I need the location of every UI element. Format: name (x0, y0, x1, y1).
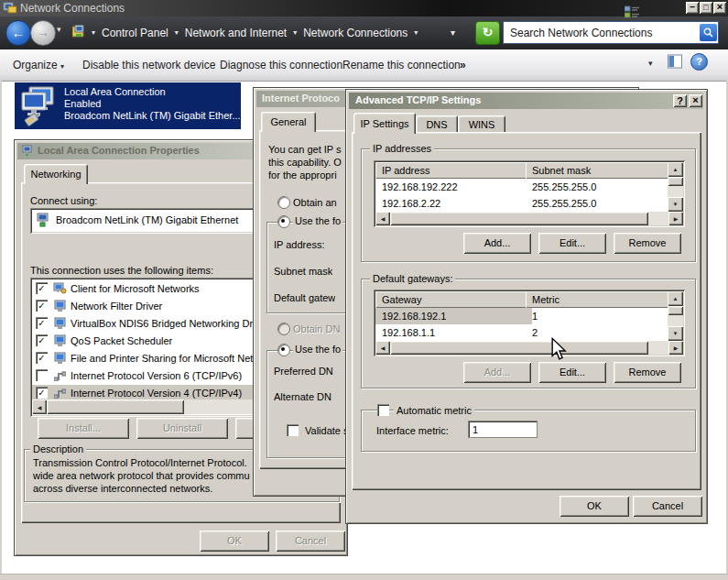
scroll-thumb[interactable] (668, 177, 683, 186)
scroll-down-icon[interactable]: ▼ (668, 326, 683, 341)
cancel-button[interactable]: Cancel (276, 531, 345, 552)
scroll-thumb[interactable] (668, 306, 683, 315)
table-cell-selected[interactable]: 192.168.192.1 (375, 308, 532, 324)
views-dropdown-arrow[interactable]: ▾ (648, 59, 653, 68)
column-header-ip-address[interactable]: IP address (375, 162, 532, 179)
scroll-left-icon[interactable]: ◀ (375, 212, 390, 225)
table-hscrollbar[interactable]: ◀ ▶ (375, 341, 683, 355)
table-cell[interactable]: 192.168.2.22 (375, 195, 532, 212)
radio-obtain-ip[interactable] (277, 196, 290, 209)
uninstall-button[interactable]: Uninstall (136, 418, 228, 439)
install-button[interactable]: Install... (38, 418, 129, 439)
ip-address-label: IP address: (274, 239, 324, 250)
ok-button[interactable]: OK (200, 531, 269, 552)
diagnose-connection-button[interactable]: Diagnose this connection (220, 56, 342, 74)
close-button[interactable]: × (713, 2, 726, 14)
minimize-button[interactable]: – (686, 2, 699, 14)
checkbox[interactable] (36, 369, 48, 381)
gateways-table: Gateway Metric 192.168.192.1 1 192.168.1… (374, 290, 685, 356)
window-title-bar[interactable]: Network Connections – □ × (0, 0, 728, 16)
breadcrumb-network-and-internet[interactable]: Network and Internet (180, 23, 291, 43)
search-button[interactable] (700, 24, 717, 41)
gateway-remove-button[interactable]: Remove (614, 362, 681, 383)
advanced-title-bar[interactable]: Advanced TCP/IP Settings ? × (349, 93, 703, 109)
close-button[interactable]: × (689, 94, 702, 107)
scroll-down-icon[interactable]: ▼ (668, 197, 683, 212)
address-history-dropdown[interactable]: ▾ (451, 27, 455, 38)
scroll-right-icon[interactable]: ▶ (668, 212, 683, 225)
checkbox[interactable]: ✓ (36, 334, 48, 346)
chevron-down-icon: ▾ (60, 62, 64, 71)
scroll-up-icon[interactable]: ▲ (668, 291, 683, 306)
scroll-left-icon[interactable]: ◀ (32, 399, 47, 414)
tab-networking[interactable]: Networking (24, 164, 88, 184)
scroll-thumb[interactable] (47, 399, 184, 414)
interface-metric-input[interactable] (468, 421, 538, 438)
connection-list-item[interactable]: Local Area Connection Enabled Broadcom N… (15, 82, 241, 129)
scroll-up-icon[interactable]: ▲ (668, 162, 683, 177)
tab-wins[interactable]: WINS (458, 115, 505, 134)
breadcrumb-control-panel[interactable]: Control Panel (97, 23, 173, 43)
context-help-button[interactable]: ? (673, 94, 687, 107)
location-icon[interactable] (70, 23, 90, 43)
help-button[interactable]: ? (690, 53, 708, 71)
chevron-down-icon[interactable]: ▾ (90, 23, 97, 43)
table-cell[interactable]: 192.168.1.1 (375, 324, 532, 341)
tab-ip-settings[interactable]: IP Settings (353, 113, 416, 134)
breadcrumb-network-connections[interactable]: Network Connections (299, 23, 412, 43)
column-header-metric[interactable]: Metric (526, 291, 674, 308)
chevron-down-icon[interactable]: ▾ (291, 23, 299, 43)
organize-menu[interactable]: Organize ▾ (13, 56, 64, 76)
views-button[interactable] (625, 5, 640, 21)
gateway-add-button[interactable]: Add... (463, 362, 531, 383)
ip-remove-button[interactable]: Remove (614, 233, 681, 254)
checkbox[interactable]: ✓ (36, 300, 48, 312)
scroll-thumb[interactable] (390, 212, 648, 225)
table-cell[interactable]: 255.255.255.0 (526, 179, 674, 195)
checkbox[interactable]: ✓ (36, 282, 48, 294)
ok-button[interactable]: OK (560, 496, 629, 517)
table-vscrollbar[interactable]: ▲ ▼ (668, 291, 683, 341)
column-header-subnet-mask[interactable]: Subnet mask (526, 162, 674, 179)
scroll-thumb[interactable] (390, 341, 648, 355)
description-label: Description (30, 443, 86, 454)
radio-use-ip[interactable] (277, 215, 290, 228)
table-cell[interactable]: 192.168.192.222 (375, 179, 532, 195)
ip-add-button[interactable]: Add... (463, 233, 531, 254)
table-cell[interactable]: 2 (526, 324, 674, 341)
validate-checkbox[interactable] (287, 424, 299, 436)
chevron-down-icon[interactable]: ▾ (412, 23, 419, 43)
chevron-down-icon[interactable]: ▾ (173, 23, 180, 43)
cancel-button[interactable]: Cancel (633, 496, 702, 517)
automatic-metric-label: Automatic metric (394, 405, 474, 416)
checkbox[interactable]: ✓ (36, 387, 48, 399)
radio-use-dns[interactable] (277, 344, 290, 356)
disable-device-button[interactable]: Disable this network device (82, 56, 215, 74)
more-commands-chevron[interactable]: » (460, 56, 466, 74)
tab-dns[interactable]: DNS (416, 115, 458, 134)
checkbox[interactable]: ✓ (36, 352, 48, 364)
ip-edit-button[interactable]: Edit... (538, 233, 606, 254)
automatic-metric-checkbox[interactable] (377, 404, 389, 416)
forward-button[interactable]: → (30, 20, 56, 46)
checkbox[interactable]: ✓ (36, 317, 48, 329)
table-vscrollbar[interactable]: ▲ ▼ (668, 162, 683, 212)
table-cell[interactable]: 1 (526, 308, 674, 324)
recent-pages-dropdown[interactable]: ▾ (57, 25, 61, 34)
scroll-left-icon[interactable]: ◀ (375, 341, 390, 355)
table-hscrollbar[interactable]: ◀ ▶ (375, 212, 683, 225)
gateway-edit-button[interactable]: Edit... (538, 362, 606, 383)
table-cell[interactable]: 255.255.255.0 (526, 195, 674, 212)
search-input[interactable] (504, 26, 700, 40)
protocol-icon (54, 371, 66, 383)
tab-general[interactable]: General (261, 112, 316, 132)
rename-connection-button[interactable]: Rename this connection (342, 56, 461, 74)
back-button[interactable]: ← (5, 20, 31, 46)
scroll-right-icon[interactable]: ▶ (668, 341, 683, 355)
column-header-gateway[interactable]: Gateway (375, 291, 532, 308)
radio-use-dns-label: Use the fo (293, 344, 342, 355)
refresh-button[interactable]: ↻ (475, 21, 500, 45)
preview-pane-button[interactable] (668, 54, 682, 71)
radio-obtain-dns[interactable] (277, 323, 290, 335)
maximize-button[interactable]: □ (700, 2, 712, 14)
